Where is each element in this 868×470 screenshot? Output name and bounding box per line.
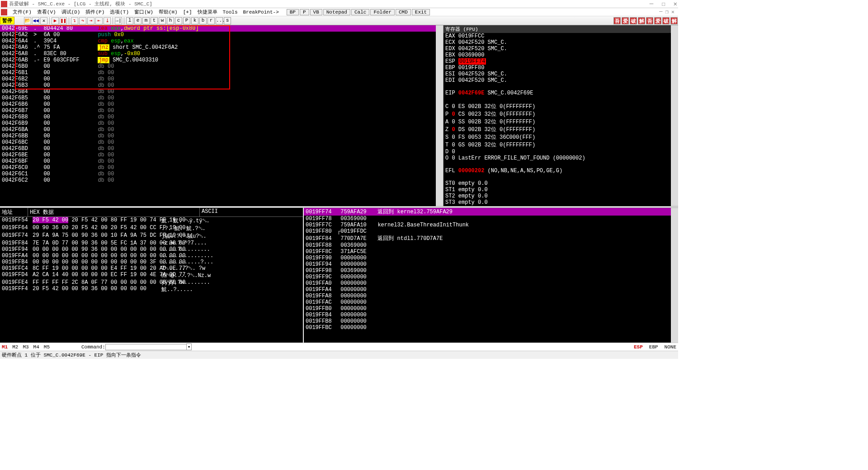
tb-w[interactable]: w bbox=[159, 17, 166, 24]
eip-line[interactable]: EIP 0042F69E SMC_C.0042F69E bbox=[443, 90, 678, 96]
menu-btn-exit[interactable]: Exit bbox=[412, 9, 430, 15]
flag-line[interactable]: Z 0 DS 002B 32位 0(FFFFFFFF) bbox=[443, 126, 678, 133]
disasm-row[interactable]: 0042F6A4.39C4cmp esp,eax bbox=[0, 38, 443, 44]
minimize-icon[interactable]: — bbox=[650, 0, 653, 8]
fpu-line[interactable]: ST0 empty 0.0 bbox=[443, 180, 678, 187]
stack-row[interactable]: 0019FF80┌0019FFDC bbox=[304, 228, 678, 235]
disasm-row[interactable]: 0042F6B500db 00 bbox=[0, 95, 443, 101]
register-line[interactable]: ESP 0019FF74 bbox=[443, 58, 678, 65]
stack-row[interactable]: 0019FF78 00369000 bbox=[304, 216, 678, 222]
tb-cn-0[interactable]: 吾 bbox=[613, 17, 621, 24]
tb-open-icon[interactable]: 📂 bbox=[24, 17, 31, 24]
m3-label[interactable]: M3 bbox=[23, 344, 28, 350]
menu-file[interactable]: 文件(F) bbox=[10, 9, 34, 15]
close-icon[interactable]: ✕ bbox=[674, 0, 677, 8]
flag-line[interactable]: S 0 FS 0053 32位 36C000(FFF) bbox=[443, 133, 678, 141]
fpu-line[interactable]: ST1 empty 0.0 bbox=[443, 187, 678, 193]
registers-pane[interactable]: 寄存器 (FPU) EAX 0019FFCCECX 0042F520 SMC_C… bbox=[443, 25, 678, 206]
flag-line[interactable]: C 0 ES 002B 32位 0(FFFFFFFF) bbox=[443, 103, 678, 110]
register-line[interactable]: EDX 0042F520 SMC_C. bbox=[443, 46, 678, 52]
disasm-row[interactable]: 0042F6BF00db 00 bbox=[0, 158, 443, 164]
hex-row[interactable]: 0019FFB400 00 00 00 00 00 00 00 00 00 00… bbox=[0, 259, 303, 265]
mdi-close-icon[interactable]: ✕ bbox=[671, 9, 675, 15]
m4-label[interactable]: M4 bbox=[33, 344, 39, 350]
tb-stepinto-icon[interactable]: ↴ bbox=[71, 17, 78, 24]
menu-btn-folder[interactable]: Folder bbox=[370, 9, 395, 15]
flag-line[interactable]: D 0 bbox=[443, 149, 678, 155]
tb-stepover-icon[interactable]: ↷ bbox=[79, 17, 86, 24]
menu-quick[interactable]: 快捷菜单 bbox=[195, 9, 220, 15]
flag-line[interactable]: P 0 CS 0023 32位 0(FFFFFFFF) bbox=[443, 110, 678, 118]
tb-pause-icon[interactable]: ❚❚ bbox=[60, 17, 67, 24]
stack-pane[interactable]: 0019FF74 759AFA29 返回到 kernel32.759AFA290… bbox=[303, 208, 678, 343]
fpu-line[interactable]: ST3 empty 0.0 bbox=[443, 199, 678, 206]
menu-btn-notepad[interactable]: Notepad bbox=[323, 9, 350, 15]
menu-btn-calc[interactable]: Calc bbox=[351, 9, 369, 15]
tb-cn-2[interactable]: 破 bbox=[630, 17, 637, 24]
hex-row[interactable]: 0019FFD4A2 CA 14 40 00 00 00 00 EC FF 19… bbox=[0, 272, 303, 279]
flag-line[interactable]: O 0 LastErr ERROR_FILE_NOT_FOUND (000000… bbox=[443, 155, 678, 161]
disasm-row[interactable]: 0042F6A2>6A 00push 0x0 bbox=[0, 32, 443, 38]
disasm-row[interactable]: 0042F6B700db 00 bbox=[0, 108, 443, 114]
disasm-row[interactable]: 0042F6B100db 00 bbox=[0, 70, 443, 76]
disasm-row[interactable]: 0042F6B900db 00 bbox=[0, 120, 443, 127]
disasm-row[interactable]: 0042F6BB00db 00 bbox=[0, 133, 443, 139]
register-line[interactable]: EDI 0042F520 SMC_C. bbox=[443, 77, 678, 84]
m2-label[interactable]: M2 bbox=[12, 344, 18, 350]
maximize-icon[interactable]: ☐ bbox=[661, 0, 665, 8]
stack-row[interactable]: 0019FFB8 00000000 bbox=[304, 318, 678, 324]
menu-options[interactable]: 选项(T) bbox=[107, 9, 132, 15]
tb-tillret-icon[interactable]: ⤓ bbox=[104, 17, 111, 24]
menu-bp[interactable]: BreakPoint-> bbox=[241, 9, 282, 15]
fpu-line[interactable]: ST4 empty 0.0 bbox=[443, 206, 678, 206]
tb-traceinto-icon[interactable]: ⇥ bbox=[87, 17, 94, 24]
disasm-row[interactable]: 0042F6BA00db 00 bbox=[0, 127, 443, 133]
tb-h[interactable]: h bbox=[167, 17, 174, 24]
hex-row[interactable]: 0019FF9400 00 00 00 00 90 36 00 00 00 00… bbox=[0, 246, 303, 253]
register-line[interactable]: ECX 0042F520 SMC_C. bbox=[443, 39, 678, 46]
menu-windows[interactable]: 窗口(W) bbox=[132, 9, 156, 15]
stack-row[interactable]: 0019FF74 759AFA29 返回到 kernel32.759AFA29 bbox=[304, 208, 678, 216]
stack-row[interactable]: 0019FFA4 00000000 bbox=[304, 287, 678, 293]
tb-P[interactable]: P bbox=[183, 17, 190, 24]
hex-row[interactable]: 0019FFF420 F5 42 00 00 90 36 00 00 00 00… bbox=[0, 286, 303, 293]
tb-b[interactable]: b bbox=[199, 17, 207, 24]
register-line[interactable]: EBX 00369000 bbox=[443, 52, 678, 58]
menu-plugins[interactable]: 插件(P) bbox=[83, 9, 107, 15]
tb-cn-4[interactable]: 吾 bbox=[646, 17, 653, 24]
hex-row[interactable]: 0019FF7429 FA 9A 75 00 90 36 00 10 FA 9A… bbox=[0, 232, 303, 240]
disasm-row[interactable]: 0042F6B200db 00 bbox=[0, 76, 443, 82]
disasm-row[interactable]: 0042F6B800db 00 bbox=[0, 114, 443, 120]
tb-...[interactable]: ... bbox=[216, 17, 223, 24]
tb-traceover-icon[interactable]: ⇤ bbox=[95, 17, 103, 24]
mdi-minimize-icon[interactable]: — bbox=[659, 9, 662, 15]
menu-view[interactable]: 查看(V) bbox=[34, 9, 59, 15]
hex-row[interactable]: 0019FFA400 00 00 00 00 00 00 00 00 00 00… bbox=[0, 253, 303, 259]
m1-label[interactable]: M1 bbox=[2, 344, 8, 350]
tb-s[interactable]: s bbox=[224, 17, 231, 24]
disasm-row[interactable]: 0042F6BC00db 00 bbox=[0, 139, 443, 146]
efl-line[interactable]: EFL 00000202 (NO,NB,NE,A,NS,PO,GE,G) bbox=[443, 168, 678, 174]
stack-row[interactable]: 0019FF7C 759AFA10 kernel32.BaseThreadIni… bbox=[304, 222, 678, 228]
esp-label[interactable]: ESP bbox=[634, 344, 643, 350]
stack-row[interactable]: 0019FF9C 00000000 bbox=[304, 274, 678, 280]
menu-btn-vb[interactable]: VB bbox=[310, 9, 322, 15]
disasm-row[interactable]: 0042F6B600db 00 bbox=[0, 101, 443, 108]
hex-row[interactable]: 0019FFC48C FF 19 00 00 00 00 00 E4 FF 19… bbox=[0, 265, 303, 272]
stack-row[interactable]: 0019FFA0 00000000 bbox=[304, 280, 678, 287]
disasm-row[interactable]: 0042F6A6.^75 FAjnz short SMC_C.0042F6A2 bbox=[0, 44, 443, 51]
disasm-row[interactable]: 0042F6BE00db 00 bbox=[0, 152, 443, 158]
tb-t[interactable]: t bbox=[151, 17, 158, 24]
menu-debug[interactable]: 调试(D) bbox=[59, 9, 83, 15]
m5-label[interactable]: M5 bbox=[44, 344, 50, 350]
tb-cn-1[interactable]: 爱 bbox=[622, 17, 629, 24]
tb-cn-3[interactable]: 解 bbox=[638, 17, 645, 24]
hex-row[interactable]: 0019FF847E 7A 0D 77 00 90 36 00 5E FC 1A… bbox=[0, 240, 303, 246]
disasm-row[interactable]: 0042F6AB.-E9 603CFDFFjmp SMC_C.00403310 bbox=[0, 57, 443, 63]
menu-plus[interactable]: [+] bbox=[180, 9, 195, 15]
stack-row[interactable]: 0019FF94 00000000 bbox=[304, 261, 678, 268]
tb-cn-6[interactable]: 破 bbox=[662, 17, 670, 24]
none-label[interactable]: NONE bbox=[665, 344, 676, 350]
register-line[interactable]: EAX 0019FFCC bbox=[443, 33, 678, 39]
hexdump-pane[interactable]: 地址 HEX 数据 ASCII 0019FF5420 F5 42 00 20 F… bbox=[0, 208, 303, 343]
